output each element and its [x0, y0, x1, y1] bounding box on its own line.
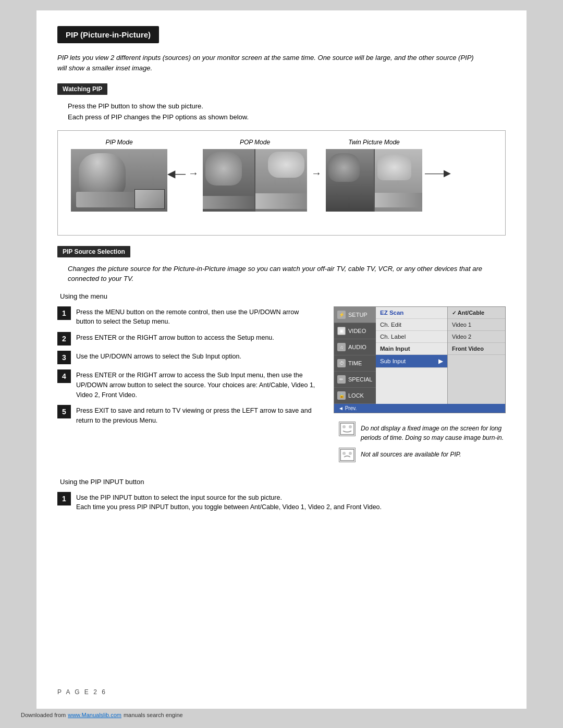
- menu-frontvideo: Front Video: [448, 343, 505, 355]
- page-container: PIP (Picture-in-Picture) PIP lets you vi…: [36, 10, 527, 709]
- menu-setup-item: ⚡ SETUP: [334, 307, 376, 323]
- svg-point-4: [342, 452, 346, 455]
- step-4-num: 4: [57, 369, 71, 383]
- footer-link[interactable]: www.Manualslib.com: [68, 712, 121, 718]
- step-3-row: 3 Use the UP/DOWN arrows to select the S…: [57, 351, 318, 364]
- step-3-text: Use the UP/DOWN arrows to select the Sub…: [76, 351, 241, 362]
- using-menu-title: Using the menu: [60, 292, 506, 300]
- pip-input-step-1-num: 1: [57, 492, 71, 505]
- step-1-text: Press the MENU button on the remote cont…: [76, 306, 318, 327]
- menu-time-item: ⏱ TIME: [334, 355, 376, 372]
- pip-source-section: PIP Source Selection Changes the picture…: [57, 246, 506, 467]
- note-2-text: Not all sources are available for PIP.: [361, 448, 461, 459]
- menu-maininput: Main Input: [376, 343, 447, 355]
- step-2-num: 2: [57, 332, 71, 346]
- audio-icon: ♫: [337, 343, 346, 351]
- step-4-text: Press ENTER or the RIGHT arrow to access…: [76, 369, 318, 400]
- note-2-icon: [339, 448, 356, 462]
- menu-video2: Video 2: [448, 331, 505, 343]
- watching-pip-text: Press the PIP button to show the sub pic…: [68, 101, 506, 123]
- step-1-num: 1: [57, 306, 71, 320]
- note-2-row: Not all sources are available for PIP.: [339, 448, 506, 462]
- lock-icon: 🔒: [337, 391, 346, 400]
- twin-mode-block: Twin Picture Mode: [326, 139, 422, 212]
- menu-box: ⚡ SETUP ▣ VIDEO ♫ AUDIO: [334, 306, 506, 413]
- pip-input-section: Using the PIP INPUT button 1 Use the PIP…: [57, 478, 506, 513]
- menu-main-col: EZ Scan Ch. Edit Ch. Label Main Input: [376, 307, 448, 404]
- setup-icon: ⚡: [337, 311, 346, 319]
- twin-mode-image: [326, 149, 422, 212]
- step-4-row: 4 Press ENTER or the RIGHT arrow to acce…: [57, 369, 318, 400]
- steps-and-menu: 1 Press the MENU button on the remote co…: [57, 306, 506, 467]
- pop-mode-block: POP Mode: [203, 139, 307, 212]
- svg-point-5: [349, 452, 352, 455]
- svg-rect-3: [340, 449, 354, 461]
- page-title: PIP (Picture-in-Picture): [66, 30, 151, 39]
- menu-prev-bar: ◄ Prev.: [334, 404, 505, 413]
- menu-ezscan: EZ Scan: [376, 307, 447, 319]
- steps-column: 1 Press the MENU button on the remote co…: [57, 306, 318, 431]
- menu-special-item: ✏ SPECIAL: [334, 372, 376, 388]
- menu-antcable: Ant/Cable: [448, 307, 505, 319]
- pip-input-step-1-text: Use the PIP INPUT button to select the i…: [76, 492, 382, 513]
- menu-subinput: Sub Input ▶: [376, 355, 447, 368]
- page-number: P A G E 2 6: [57, 688, 107, 696]
- menu-video1: Video 1: [448, 319, 505, 331]
- pip-input-step-1-row: 1 Use the PIP INPUT button to select the…: [57, 492, 506, 513]
- using-pip-title: Using the PIP INPUT button: [60, 478, 506, 486]
- intro-text: PIP lets you view 2 different inputs (so…: [57, 53, 485, 73]
- menu-sidebar: ⚡ SETUP ▣ VIDEO ♫ AUDIO: [334, 307, 376, 404]
- menu-audio-item: ♫ AUDIO: [334, 339, 376, 355]
- watching-pip-header: Watching PIP: [57, 83, 107, 95]
- notes-section: Do not display a fixed image on the scre…: [339, 422, 506, 462]
- pip-source-header: PIP Source Selection: [57, 246, 130, 257]
- note-1-text: Do not display a fixed image on the scre…: [361, 422, 506, 442]
- time-icon: ⏱: [337, 359, 346, 367]
- pip-modes-container: PIP Mode ◀— →: [57, 130, 506, 236]
- pip-inset-image: [134, 189, 165, 209]
- note-1-row: Do not display a fixed image on the scre…: [339, 422, 506, 442]
- arrow-right-bracket: ——▶: [422, 139, 451, 179]
- step-5-num: 5: [57, 405, 71, 418]
- step-2-text: Press ENTER or the RIGHT arrow button to…: [76, 332, 274, 343]
- step-3-num: 3: [57, 351, 71, 364]
- step-5-row: 5 Press EXIT to save and return to TV vi…: [57, 405, 318, 426]
- watching-pip-section: Watching PIP Press the PIP button to sho…: [57, 83, 506, 236]
- special-icon: ✏: [337, 375, 346, 384]
- submenu-arrow: ▶: [438, 357, 443, 365]
- pip-mode-image: [71, 149, 167, 212]
- pip-mode-block: PIP Mode: [71, 139, 167, 212]
- menu-chlabel: Ch. Label: [376, 331, 447, 343]
- step-5-text: Press EXIT to save and return to TV view…: [76, 405, 318, 426]
- menu-video-item: ▣ VIDEO: [334, 323, 376, 339]
- footer-text: Downloaded from: [21, 712, 66, 718]
- svg-rect-0: [340, 423, 354, 435]
- svg-point-2: [349, 425, 352, 428]
- svg-point-1: [342, 425, 346, 428]
- menu-layout: ⚡ SETUP ▣ VIDEO ♫ AUDIO: [334, 307, 505, 404]
- step-1-row: 1 Press the MENU button on the remote co…: [57, 306, 318, 327]
- pop-mode-image: [203, 149, 307, 212]
- menu-graphic: ⚡ SETUP ▣ VIDEO ♫ AUDIO: [334, 306, 506, 467]
- step-2-row: 2 Press ENTER or the RIGHT arrow button …: [57, 332, 318, 346]
- video-icon: ▣: [337, 327, 346, 335]
- pip-modes-row: PIP Mode ◀— →: [71, 139, 497, 212]
- arrow-left: ◀—: [167, 139, 188, 180]
- pip-source-description: Changes the picture source for the Pictu…: [68, 264, 506, 284]
- note-1-icon: [339, 422, 356, 436]
- menu-lock-item: 🔒 LOCK: [334, 388, 376, 404]
- footer-bar: Downloaded from www.Manualslib.com manua…: [10, 709, 553, 721]
- menu-sub-col: Ant/Cable Video 1 Video 2 Front Video: [448, 307, 505, 404]
- menu-chedit: Ch. Edit: [376, 319, 447, 331]
- page-title-bar: PIP (Picture-in-Picture): [57, 26, 159, 43]
- footer-suffix: manuals search engine: [124, 712, 183, 718]
